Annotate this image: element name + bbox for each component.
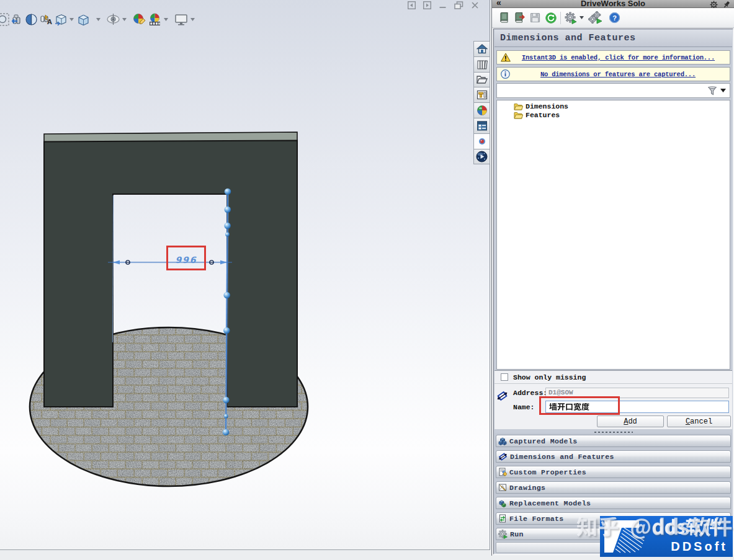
display-style-caret[interactable]	[69, 11, 74, 28]
tab-design-library[interactable]	[473, 56, 490, 73]
accordion-label: Run	[510, 530, 524, 538]
edit-appearance-button[interactable]	[132, 12, 146, 26]
svg-text:?: ?	[612, 14, 617, 22]
section-view-button[interactable]	[25, 13, 38, 26]
generate-button[interactable]	[588, 11, 603, 25]
filter-dropdown-caret[interactable]	[720, 89, 726, 92]
model-scene: 996	[0, 0, 490, 550]
tab-home[interactable]	[473, 41, 490, 57]
capture-tree[interactable]: Dimensions Features	[496, 100, 730, 370]
apply-scene-button[interactable]	[148, 12, 162, 26]
tab-forum[interactable]	[473, 133, 490, 149]
tree-item-features[interactable]: Features	[497, 111, 730, 120]
view-orientation-caret[interactable]	[96, 11, 101, 28]
new-project-icon	[498, 12, 511, 24]
apply-scene-icon	[148, 12, 162, 26]
display-style-button[interactable]	[54, 12, 68, 26]
tree-label[interactable]: Dimensions	[526, 102, 568, 110]
annotation-view-icon: A	[39, 13, 53, 26]
zoom-to-fit-button[interactable]	[0, 13, 9, 26]
svg-text:A: A	[47, 19, 52, 25]
accordion-drawings[interactable]: Drawings	[496, 481, 731, 494]
view-settings-icon	[174, 13, 189, 26]
close-button[interactable]	[471, 1, 479, 9]
show-only-missing-checkbox[interactable]	[501, 373, 508, 381]
add-button[interactable]: Add	[597, 416, 664, 427]
accordion-replacement-models[interactable]: Replacement Models	[496, 497, 731, 509]
hide-show-items-button[interactable]	[106, 12, 120, 26]
address-label: Address:	[513, 389, 545, 397]
accordion-label: Captured Models	[509, 437, 578, 445]
books-icon	[477, 59, 488, 70]
dimension-handle-left[interactable]	[126, 260, 130, 264]
folder-icon	[514, 102, 523, 110]
refresh-icon	[545, 12, 557, 24]
edit-appearance-icon	[132, 12, 146, 26]
accordion-custom-properties[interactable]: S Custom Properties	[496, 466, 731, 478]
run-icon	[498, 530, 508, 539]
custom-properties-icon: S	[498, 468, 507, 476]
view-settings-caret[interactable]	[190, 11, 195, 28]
tab-custom-properties[interactable]	[473, 118, 490, 134]
annotation-box-name-field	[539, 396, 620, 415]
tab-appearances[interactable]	[473, 102, 490, 118]
hide-show-items-caret[interactable]	[122, 11, 127, 28]
view-settings-button[interactable]	[174, 13, 189, 26]
generate-gears-icon	[588, 11, 603, 25]
new-project-button[interactable]	[496, 11, 512, 25]
settings-caret[interactable]	[578, 16, 584, 19]
next-window-button[interactable]	[423, 1, 431, 9]
zoom-to-area-button[interactable]	[11, 13, 24, 26]
dimension-handle-right[interactable]	[210, 260, 214, 264]
show-only-missing-label: Show only missing	[513, 373, 586, 381]
no-captured-link[interactable]: No dimensions or features are captured..…	[510, 71, 726, 78]
forum-dot-icon	[478, 137, 486, 146]
heads-up-toolbar: A	[0, 11, 195, 28]
annotation-box-dimension	[166, 246, 206, 270]
show-only-missing-row: Show only missing	[495, 371, 732, 384]
apply-scene-caret[interactable]	[163, 11, 169, 28]
accordion-captured-models[interactable]: Captured Models	[496, 435, 731, 447]
watermark-text: 知乎 @dds软件	[576, 517, 724, 546]
instant3d-link[interactable]: Instant3D is enabled, click for more inf…	[511, 54, 726, 61]
panel-title: DriveWorks Solo	[492, 0, 734, 8]
task-pane-tab-strip	[473, 42, 490, 164]
replacement-models-icon	[498, 499, 507, 507]
view-orientation-icon	[76, 12, 91, 27]
help-button[interactable]: ?	[607, 11, 622, 25]
tab-palette[interactable]	[473, 87, 490, 103]
open-folder-icon	[476, 74, 488, 85]
accordion-label: Drawings	[509, 484, 545, 492]
captured-models-icon	[498, 437, 507, 445]
previous-window-button[interactable]	[408, 1, 416, 9]
zoom-to-area-icon	[11, 13, 24, 26]
panel-toolbar: ?	[492, 8, 734, 28]
restore-button[interactable]	[454, 1, 463, 9]
tab-driveworks[interactable]	[473, 149, 490, 165]
accordion-dimensions-features[interactable]: Dimensions and Features	[496, 450, 731, 463]
toolbar-separator	[560, 12, 561, 24]
tree-label[interactable]: Features	[526, 111, 560, 119]
warning-icon	[501, 53, 511, 62]
filter-row[interactable]	[496, 83, 730, 98]
tab-file-explorer[interactable]	[473, 72, 490, 88]
cancel-button[interactable]: Cancel	[667, 416, 731, 427]
annotation-view-button[interactable]: A	[39, 13, 53, 26]
section-view-icon	[25, 13, 38, 26]
help-icon: ?	[609, 12, 620, 24]
graphics-viewport[interactable]: 996	[0, 0, 490, 550]
document-window-controls	[408, 1, 479, 10]
custom-properties-icon	[477, 120, 488, 131]
hide-show-items-icon	[106, 12, 120, 26]
file-formats-icon	[498, 514, 507, 523]
settings-button[interactable]	[563, 11, 578, 25]
refresh-button[interactable]	[543, 11, 558, 25]
save-project-button[interactable]	[527, 11, 543, 25]
view-orientation-button[interactable]	[76, 12, 91, 27]
driveworks-sphere-icon	[476, 151, 488, 162]
minimize-button[interactable]	[439, 1, 447, 9]
warning-notification: Instant3D is enabled, click for more inf…	[496, 50, 730, 64]
form-buttons: Add Cancel	[597, 416, 731, 427]
tree-item-dimensions[interactable]: Dimensions	[497, 102, 730, 111]
open-project-button[interactable]	[512, 11, 527, 25]
